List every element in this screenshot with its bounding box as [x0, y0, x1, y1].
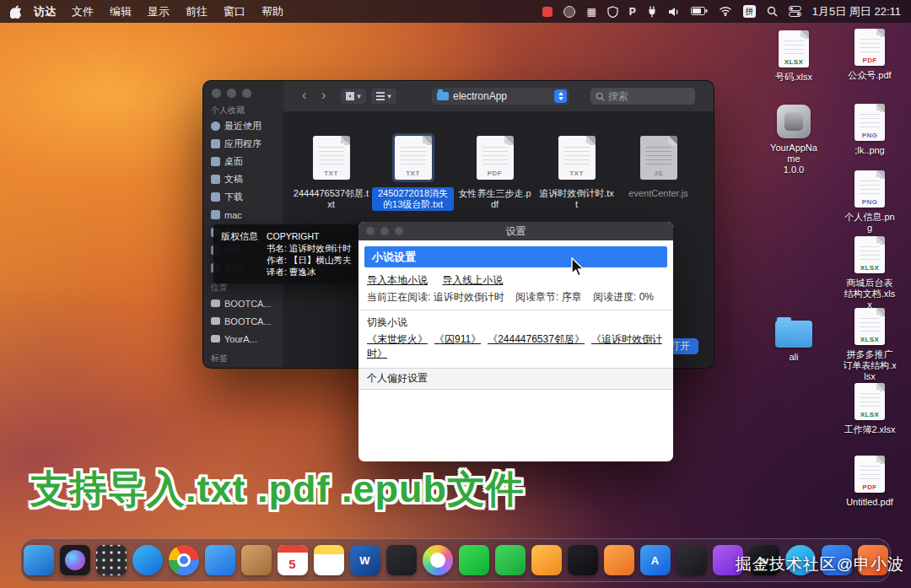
dock-icon-glyph: A	[651, 554, 659, 567]
menubar-item-5[interactable]: 窗口	[224, 4, 245, 19]
file-icon: TXT	[395, 136, 432, 180]
file-type-badge: PDF	[854, 57, 885, 64]
dock-reminders-icon[interactable]	[386, 545, 417, 575]
wifi-icon[interactable]	[719, 6, 732, 17]
menubar-status-area: ▦ P	[542, 4, 901, 19]
clock-icon	[211, 121, 220, 131]
finder-file[interactable]: PDF女性养生三步走.pdf	[454, 133, 536, 211]
book-link[interactable]: 《囚911》	[434, 333, 481, 345]
menubar-item-0[interactable]: 访达	[34, 4, 56, 19]
search-field[interactable]: 搜索	[590, 88, 695, 105]
page-lines	[860, 390, 880, 408]
dock-contacts-icon[interactable]	[241, 545, 272, 575]
dock-photos-icon[interactable]	[423, 545, 453, 575]
finder-file[interactable]: TXT2450272018消失的13级台阶.txt	[372, 133, 454, 211]
sidebar-item-label: mac	[224, 210, 242, 220]
forward-button[interactable]: ›	[321, 87, 326, 104]
sidebar-item[interactable]: YourA...	[203, 330, 283, 348]
meeting-app-icon[interactable]	[563, 6, 575, 18]
dock-appstore-icon[interactable]: A	[640, 545, 671, 575]
dock-siri-icon[interactable]	[60, 545, 90, 575]
dock-calendar-icon[interactable]: 5	[278, 545, 308, 575]
pinyin-input-icon[interactable]: 拼	[743, 5, 756, 18]
control-center-icon[interactable]	[789, 6, 801, 17]
battery-icon[interactable]	[691, 7, 708, 16]
red-app-icon[interactable]	[542, 7, 553, 17]
menubar-item-1[interactable]: 文件	[72, 4, 94, 19]
group-by-button[interactable]: ▾	[371, 89, 396, 104]
minimize-button[interactable]	[227, 89, 236, 98]
plug-icon[interactable]	[647, 6, 657, 18]
desktop-icon-label: ;lk..png	[843, 145, 897, 156]
dock-finder-icon[interactable]	[24, 545, 54, 575]
import-online-link[interactable]: 导入线上小说	[442, 274, 503, 286]
sidebar-section-header: 个人收藏	[211, 105, 283, 116]
folder-path-dropdown[interactable]: electronApp	[432, 88, 569, 105]
book-link[interactable]: 《末世烬火》	[367, 333, 428, 345]
search-icon[interactable]	[767, 6, 778, 17]
dock-mail-icon[interactable]	[205, 545, 235, 575]
dock-pencil-app-icon[interactable]	[531, 545, 562, 575]
file-type-badge: TXT	[558, 170, 596, 177]
desktop-icon-pdf[interactable]: PDF Untitled.pdf	[843, 456, 897, 508]
back-button[interactable]: ‹	[302, 87, 306, 104]
dock-notes-icon[interactable]	[314, 545, 344, 575]
view-mode-button[interactable]: ▾	[341, 89, 366, 104]
dock-word-icon[interactable]: W	[350, 545, 380, 575]
zoom-button[interactable]	[242, 89, 251, 98]
finder-file[interactable]: JSeventCenter.js	[617, 133, 699, 211]
desktop-icon-xlsx[interactable]: XLSX 商城后台表结构文档.xlsx	[843, 236, 897, 310]
finder-file[interactable]: TXT追诉时效倒计时.txt	[536, 133, 617, 211]
file-icon: TXT	[313, 136, 350, 180]
menubar-item-3[interactable]: 显示	[148, 4, 170, 19]
desktop-icon-xlsx[interactable]: XLSX 工作簿2.xlsx	[843, 383, 897, 435]
desktop-icon-xlsx[interactable]: XLSX 拼多多推广订单表结构.xlsx	[843, 308, 897, 382]
dock-books-icon[interactable]	[604, 545, 634, 575]
desktop-icon-label: 工作簿2.xlsx	[843, 424, 897, 435]
dock-chrome-icon[interactable]	[169, 545, 199, 575]
menubar-item-4[interactable]: 前往	[186, 4, 208, 19]
minimize-button[interactable]	[380, 227, 389, 235]
volume-icon[interactable]	[668, 7, 680, 17]
close-button[interactable]	[366, 227, 375, 235]
sidebar-item[interactable]: BOOTCA...	[203, 294, 283, 312]
close-button[interactable]	[212, 89, 221, 98]
settings-titlebar[interactable]: 设置	[358, 222, 673, 240]
desktop-icon-app[interactable]: YourAppName 1.0.0	[767, 105, 821, 175]
sidebar-item[interactable]: 红色	[203, 365, 283, 369]
import-local-link[interactable]: 导入本地小说	[367, 274, 428, 286]
menubar-item-2[interactable]: 编辑	[110, 4, 132, 19]
sidebar-item[interactable]: 桌面	[203, 153, 283, 170]
sidebar-item-label: 红色	[223, 368, 241, 369]
novel-settings-banner[interactable]: 小说设置	[364, 246, 667, 267]
sidebar-section-header: 标签	[211, 353, 283, 364]
dock-safari-icon[interactable]	[132, 545, 163, 575]
desktop-icon-folder[interactable]: ali	[767, 314, 821, 363]
app-grid-icon[interactable]: ▦	[586, 7, 596, 17]
finder-file[interactable]: TXT2444476537邻居.txt	[290, 133, 372, 211]
desktop-icon-png[interactable]: PNG 个人信息.png	[843, 170, 897, 234]
sidebar-item[interactable]: mac	[203, 206, 283, 224]
desktop-icon-png[interactable]: PNG ;lk..png	[843, 104, 897, 156]
dock-wechat-icon[interactable]	[459, 545, 489, 575]
pycharm-icon[interactable]: P	[629, 6, 636, 18]
menubar-item-6[interactable]: 帮助	[261, 4, 283, 19]
sidebar-item[interactable]: 最近使用	[203, 117, 283, 135]
book-link[interactable]: 《2444476537邻居》	[488, 333, 585, 345]
desktop-icon-pdf[interactable]: PDF 公众号.pdf	[843, 29, 897, 81]
dock-music-icon[interactable]	[677, 545, 707, 575]
sidebar-item[interactable]: 应用程序	[203, 135, 283, 153]
dock-stocks-icon[interactable]	[568, 545, 598, 575]
dock-launchpad-icon[interactable]	[96, 545, 127, 575]
personal-prefs-header[interactable]: 个人偏好设置	[358, 368, 673, 390]
sidebar-item[interactable]: BOOTCA...	[203, 312, 283, 330]
dock-messages-green-icon[interactable]	[495, 545, 526, 575]
sidebar-item[interactable]: 文稿	[203, 170, 283, 188]
shield-icon[interactable]	[607, 6, 618, 18]
zoom-button[interactable]	[395, 227, 403, 235]
folder-stepper[interactable]	[554, 89, 567, 103]
sidebar-item[interactable]: 下载	[203, 188, 283, 206]
apple-logo-icon[interactable]	[10, 5, 22, 19]
desktop-icon-xlsx[interactable]: XLSX 号码.xlsx	[767, 30, 821, 83]
menubar-clock[interactable]: 1月5日 周日 22:11	[812, 4, 901, 19]
